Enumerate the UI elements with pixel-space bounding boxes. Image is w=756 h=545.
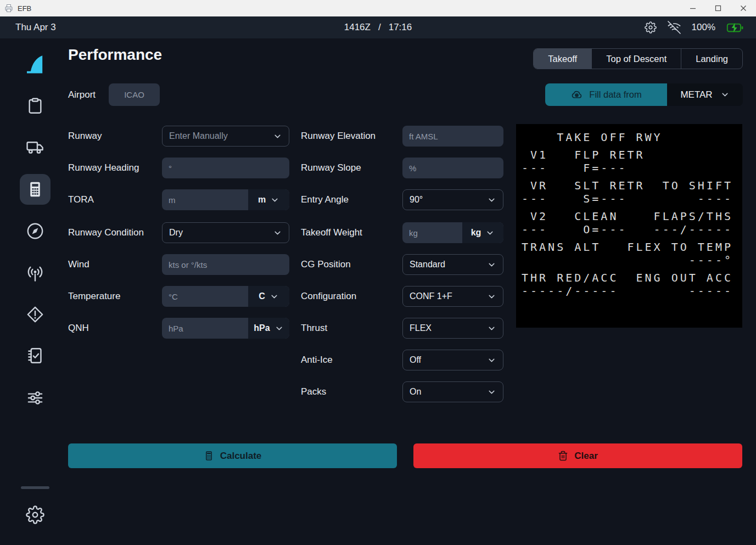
status-bar: Thu Apr 3 1416Z / 17:16 100%: [0, 16, 756, 38]
sidebar-item-radio[interactable]: [24, 263, 46, 285]
mcdu-line-2: --- F=---: [522, 161, 742, 175]
clipboard-icon: [26, 97, 44, 115]
qnh-unit-select[interactable]: hPa: [248, 318, 289, 339]
tora-input[interactable]: [169, 195, 242, 205]
sliders-icon: [26, 389, 44, 407]
anti-ice-select[interactable]: Off: [402, 350, 503, 370]
runway-elevation-input[interactable]: [409, 132, 497, 141]
sidebar-item-flight-plan[interactable]: [24, 95, 46, 117]
qnh-input[interactable]: [169, 324, 242, 333]
local-time: 17:16: [389, 22, 412, 33]
select-value: Standard: [410, 260, 445, 269]
sidebar-item-settings-sliders[interactable]: [24, 387, 46, 409]
battery-percent: 100%: [692, 22, 715, 33]
warning-diamond-icon: [26, 305, 44, 324]
chevron-down-icon: [275, 324, 284, 333]
minimize-button[interactable]: [680, 0, 705, 16]
sidebar-item-settings[interactable]: [24, 504, 46, 526]
entry-angle-select[interactable]: 90°: [402, 189, 503, 210]
field-label-thrust: Thrust: [301, 323, 402, 334]
runway-elevation-field: [402, 126, 503, 147]
trash-icon: [558, 451, 568, 461]
unit-value: C: [259, 291, 265, 301]
tab-landing[interactable]: Landing: [681, 49, 742, 69]
select-value: On: [410, 387, 421, 397]
sidebar-item-performance-calculator[interactable]: [24, 178, 46, 200]
airport-icao-field: [109, 83, 160, 106]
calculate-button[interactable]: Calculate: [68, 443, 397, 468]
thrust-select[interactable]: FLEX: [402, 318, 503, 339]
clear-button[interactable]: Clear: [413, 443, 742, 468]
status-clock: 1416Z / 17:16: [0, 16, 756, 38]
battery-charging-icon: [726, 22, 744, 33]
window-title: EFB: [18, 4, 31, 13]
temperature-input[interactable]: [169, 292, 242, 301]
mcdu-display: TAKE OFF RWY V1 FLP RETR--- F=--- VR SLT…: [516, 124, 742, 328]
fill-source-select[interactable]: METAR: [667, 83, 743, 106]
form-column-right: Runway ElevationRunway SlopeEntry Angle9…: [301, 126, 503, 413]
cg-position-select[interactable]: Standard: [402, 254, 503, 275]
unit-value: m: [258, 195, 266, 205]
select-value: Off: [410, 355, 421, 365]
form-row-anti-ice: Anti-IceOff: [301, 350, 503, 370]
maximize-button[interactable]: [705, 0, 731, 16]
tab-takeoff[interactable]: Takeoff: [534, 49, 591, 69]
field-label-anti-ice: Anti-Ice: [301, 355, 402, 366]
field-label-qnh: QNH: [68, 323, 162, 334]
chevron-down-icon: [487, 195, 496, 205]
fill-data-label: Fill data from: [589, 89, 641, 100]
temperature-unit-select[interactable]: C: [248, 286, 289, 307]
field-label-takeoff-weight: Takeoff Weight: [301, 227, 402, 238]
field-label-runway-elevation: Runway Elevation: [301, 131, 402, 142]
mcdu-line-1: V1 FLP RETR: [522, 148, 742, 161]
sidebar-item-hazards[interactable]: [24, 304, 46, 325]
sidebar-item-ground-services[interactable]: [24, 136, 46, 158]
select-value: 90°: [410, 195, 423, 205]
takeoff-weight-unit-select[interactable]: kg: [462, 222, 503, 243]
runway-condition-select[interactable]: Dry: [162, 222, 289, 243]
tora-unit-select[interactable]: m: [248, 189, 289, 210]
clear-label: Clear: [574, 451, 598, 462]
form-row-runway: RunwayEnter Manually: [68, 126, 289, 147]
unit-value: kg: [471, 228, 481, 238]
airport-icao-input[interactable]: [109, 83, 160, 106]
field-label-temperature: Temperature: [68, 291, 162, 302]
form-row-runway-condition: Runway ConditionDry: [68, 222, 289, 243]
sidebar-item-navigation[interactable]: [24, 220, 46, 242]
chevron-down-icon: [485, 228, 495, 238]
form-row-runway-elevation: Runway Elevation: [301, 126, 503, 147]
form-row-thrust: ThrustFLEX: [301, 318, 503, 339]
gear-icon[interactable]: [645, 21, 657, 33]
calculator-icon: [204, 451, 214, 461]
status-indicators: 100%: [645, 16, 744, 38]
calculate-label: Calculate: [220, 451, 262, 462]
runway-heading-input[interactable]: [169, 164, 283, 173]
field-label-packs: Packs: [301, 386, 402, 397]
fill-source-value: METAR: [680, 89, 712, 100]
runway-select[interactable]: Enter Manually: [162, 126, 289, 147]
wind-input[interactable]: [169, 260, 283, 269]
tab-top-of-descent[interactable]: Top of Descent: [591, 49, 681, 69]
configuration-select[interactable]: CONF 1+F: [402, 286, 503, 307]
form-column-left: RunwayEnter ManuallyRunway HeadingTORAmR…: [68, 126, 289, 350]
takeoff-weight-input[interactable]: [409, 228, 456, 238]
sidebar-item-checklist[interactable]: [24, 345, 46, 367]
page-title: Performance: [68, 46, 162, 64]
close-button[interactable]: [731, 0, 756, 16]
airline-logo: [22, 51, 48, 77]
runway-slope-input[interactable]: [409, 164, 497, 173]
field-label-runway: Runway: [68, 131, 162, 142]
time-separator: /: [378, 22, 381, 33]
mcdu-line-4: --- S=--- ----: [522, 192, 742, 205]
cloud-download-icon: [570, 88, 583, 101]
efb-app-window: EFB Thu Apr 3 1416Z / 17:16: [0, 0, 756, 545]
form-row-wind: Wind: [68, 254, 289, 275]
fill-data-button[interactable]: Fill data from: [545, 83, 667, 106]
compass-icon: [26, 222, 44, 240]
sidebar-divider: [21, 486, 49, 489]
field-label-wind: Wind: [68, 259, 162, 270]
packs-select[interactable]: On: [402, 381, 503, 402]
truck-icon: [26, 138, 44, 156]
form-row-cg-position: CG PositionStandard: [301, 254, 503, 275]
utc-time: 1416Z: [344, 22, 371, 33]
